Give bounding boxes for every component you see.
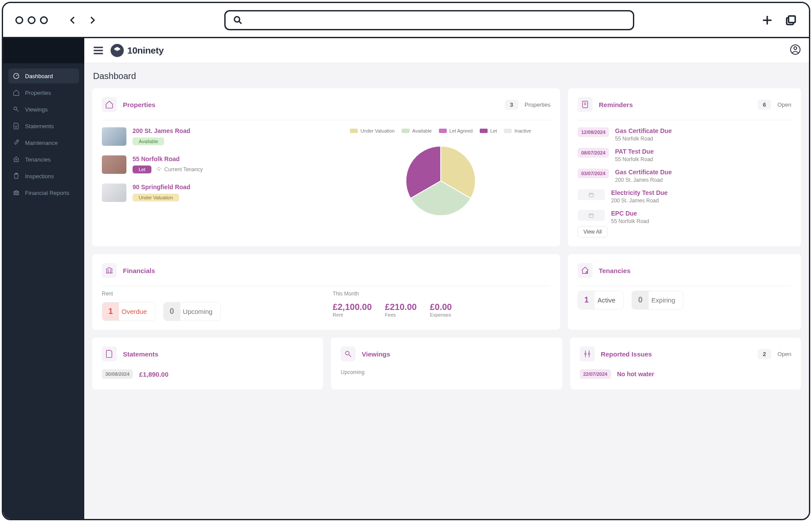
forward-icon[interactable]	[87, 15, 97, 25]
file-icon	[13, 122, 20, 130]
count-label: Open	[777, 351, 791, 357]
card-title: Properties	[123, 101, 155, 108]
reminders-card: Reminders 6 Open 12/08/2024Gas Certifica…	[568, 88, 801, 246]
sidebar-item-label: Dashboard	[25, 73, 53, 79]
card-title: Statements	[123, 350, 158, 358]
property-item[interactable]: 200 St. James Road Available	[102, 127, 322, 146]
property-item[interactable]: 55 Norfolk Road Let Current Tenancy	[102, 155, 322, 174]
svg-point-10	[16, 159, 17, 160]
reminder-item[interactable]: EPC Due55 Norfolk Road	[578, 210, 791, 224]
property-thumb	[102, 184, 126, 202]
account-button[interactable]	[790, 44, 801, 57]
home-user-icon	[13, 156, 20, 163]
stat-fees: £210.00Fees	[385, 302, 417, 317]
date-badge: 22/07/2024	[580, 369, 611, 379]
pill-number: 0	[164, 302, 180, 320]
sidebar-item-viewings[interactable]: Viewings	[8, 102, 79, 117]
window-controls	[15, 16, 48, 24]
traffic-light[interactable]	[28, 16, 36, 24]
sidebar-item-label: Maintenance	[25, 140, 57, 146]
search-key-icon	[341, 346, 356, 361]
statement-item[interactable]: 30/08/2024 £1,890.00	[102, 369, 313, 379]
status-badge: Available	[133, 137, 164, 145]
reminder-item[interactable]: Electricity Test Due200 St. James Road	[578, 189, 791, 204]
svg-point-6	[14, 107, 17, 110]
legend-label: Let Agreed	[449, 128, 473, 133]
tenancies-active-pill[interactable]: 1 Active	[578, 291, 624, 310]
sidebar-item-maintenance[interactable]: Maintenance	[8, 135, 79, 150]
sidebar-item-financial-reports[interactable]: Financial Reports	[8, 185, 79, 200]
statement-amount: £1,890.00	[139, 371, 169, 378]
svg-point-38	[588, 353, 589, 354]
sidebar-item-tenancies[interactable]: Tenancies	[8, 152, 79, 167]
user-circle-icon	[790, 44, 801, 55]
reminder-title: Electricity Test Due	[611, 189, 668, 196]
legend-label: Inactive	[514, 128, 531, 133]
new-tab-icon[interactable]	[762, 14, 773, 26]
menu-icon[interactable]	[92, 44, 104, 57]
view-all-button[interactable]: View All	[578, 226, 607, 238]
back-icon[interactable]	[68, 15, 78, 25]
date-badge: 03/07/2024	[578, 169, 609, 178]
date-badge: 08/07/2024	[578, 148, 609, 158]
svg-rect-28	[589, 213, 593, 217]
sidebar-item-label: Inspections	[25, 173, 54, 180]
svg-point-21	[794, 47, 797, 50]
clipboard-icon	[13, 173, 20, 180]
sidebar-item-properties[interactable]: Properties	[8, 85, 79, 100]
sidebar-item-dashboard[interactable]: Dashboard	[8, 68, 79, 83]
count-badge: 6	[758, 100, 771, 110]
card-title: Viewings	[362, 350, 390, 358]
property-thumb	[102, 127, 126, 146]
svg-point-36	[345, 351, 349, 355]
count-badge: 2	[758, 349, 771, 359]
logo-icon	[111, 44, 124, 57]
legend-label: Under Valuation	[360, 128, 395, 133]
url-bar[interactable]	[224, 10, 634, 30]
bank-icon	[13, 189, 20, 196]
section-label: Upcoming	[341, 369, 552, 375]
app-bar: 10ninety	[84, 38, 809, 63]
rent-overdue-pill[interactable]: 1 Overdue	[102, 302, 155, 321]
tools-icon	[580, 346, 595, 361]
rent-upcoming-pill[interactable]: 0 Upcoming	[163, 302, 221, 321]
card-title: Reminders	[599, 101, 633, 108]
date-badge	[578, 189, 605, 200]
home-icon	[13, 89, 20, 96]
reminder-item[interactable]: 12/08/2024Gas Certificate Due55 Norfolk …	[578, 127, 791, 142]
legend-label: Let	[490, 128, 497, 133]
section-label: Rent	[102, 291, 320, 297]
tenancies-expiring-pill[interactable]: 0 Expiring	[632, 291, 683, 310]
date-badge: 12/08/2024	[578, 127, 609, 137]
reminder-sub: 200 St. James Road	[611, 198, 668, 204]
traffic-light[interactable]	[15, 16, 23, 24]
issue-item[interactable]: 22/07/2024 No hot water	[580, 369, 791, 379]
copy-window-icon[interactable]	[785, 14, 797, 26]
property-item[interactable]: 90 Springfield Road Under Valuation	[102, 184, 322, 202]
brand-name: 10ninety	[127, 45, 164, 56]
key-search-icon	[13, 106, 20, 113]
status-badge: Let	[133, 166, 151, 173]
sidebar-item-label: Statements	[25, 123, 54, 130]
tools-icon	[13, 139, 20, 146]
reminder-sub: 55 Norfolk Road	[611, 218, 649, 224]
pill-label: Upcoming	[180, 303, 221, 320]
reminder-item[interactable]: 08/07/2024PAT Test Due55 Norfolk Road	[578, 148, 791, 162]
reminder-item[interactable]: 03/07/2024Gas Certificate Due200 St. Jam…	[578, 169, 791, 183]
pill-number: 1	[578, 291, 595, 309]
brand[interactable]: 10ninety	[111, 44, 164, 57]
current-tenancy-link[interactable]: Current Tenancy	[156, 166, 203, 173]
sidebar-item-label: Properties	[25, 90, 51, 96]
svg-point-9	[17, 140, 18, 141]
sidebar-item-inspections[interactable]: Inspections	[8, 169, 79, 184]
gauge-icon	[13, 72, 20, 79]
browser-chrome	[3, 3, 809, 38]
property-thumb	[102, 155, 126, 174]
property-name: 55 Norfolk Road	[133, 155, 203, 162]
traffic-light[interactable]	[40, 16, 48, 24]
financials-card: Financials Rent 1 Overdue	[92, 254, 560, 330]
reminder-sub: 200 St. James Road	[615, 177, 672, 183]
sidebar-item-statements[interactable]: Statements	[8, 119, 79, 133]
tenancy-label: Current Tenancy	[164, 166, 203, 173]
svg-point-22	[158, 169, 159, 170]
